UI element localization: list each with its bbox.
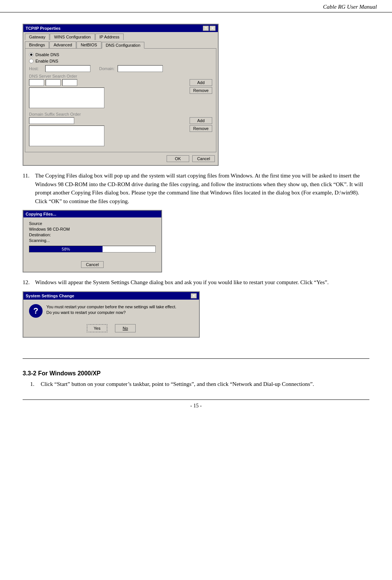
copy-footer: Cancel — [23, 259, 161, 272]
tab-bindings[interactable]: Bindings — [25, 41, 49, 48]
enable-dns-label: Enable DNS — [35, 59, 58, 63]
help-button[interactable]: ? — [203, 26, 209, 31]
suffix-input-row — [29, 117, 186, 124]
sys-title: System Settings Change — [26, 294, 74, 298]
question-icon: ? — [29, 304, 43, 318]
suffix-add-button[interactable]: Add — [190, 117, 212, 124]
enable-dns-radio[interactable] — [29, 59, 34, 63]
source-label: Source — [29, 221, 42, 226]
copy-body: Source Windows 98 CD-ROM Destination: Sc… — [23, 217, 161, 259]
tab-netbios[interactable]: NetBIOS — [77, 41, 101, 48]
sys-titlebar-buttons: ✕ — [191, 293, 197, 298]
sys-body: ? You must restart your computer before … — [23, 300, 199, 322]
tab-ip[interactable]: IP Address — [95, 34, 124, 40]
tab-dns[interactable]: DNS Configuration — [102, 42, 145, 49]
destination-row: Destination: — [29, 233, 156, 237]
close-button[interactable]: ✕ — [210, 26, 216, 31]
dns-server-listbox[interactable] — [29, 87, 104, 108]
host-input[interactable] — [45, 65, 90, 72]
sys-footer: Yes No — [23, 322, 199, 337]
step-12: 12. Windows will appear the System Setti… — [23, 278, 369, 287]
no-button[interactable]: No — [115, 324, 136, 332]
enable-dns-row: Enable DNS — [29, 59, 212, 63]
sys-dialog: System Settings Change ✕ ? You must rest… — [23, 291, 200, 338]
section-heading: 3.3-2 For Windows 2000/XP — [23, 370, 369, 377]
tab-wins[interactable]: WINS Configuration — [50, 34, 95, 40]
step12-text: Windows will appear the System Settings … — [35, 278, 369, 287]
source-row: Source — [29, 221, 156, 226]
main-steps: 11. The Copying Files dialog box will po… — [23, 171, 369, 205]
sys-titlebar: System Settings Change ✕ — [23, 292, 199, 300]
step1-number: 1. — [30, 380, 38, 389]
dns-server-buttons: Add Remove — [190, 79, 212, 94]
tcpip-screenshot: TCP/IP Properties ? ✕ Gateway WINS Confi… — [23, 24, 369, 166]
domain-label: Domain: — [99, 66, 115, 71]
step11-text: The Copying Files dialog box will pop up… — [35, 171, 369, 205]
progress-bar-outer: 58% — [29, 246, 156, 253]
sys-message-line1: You must restart your computer before th… — [46, 304, 176, 310]
yes-button[interactable]: Yes — [87, 324, 107, 332]
scanning-label: Scanning... — [29, 238, 50, 243]
progress-bar-inner: 58% — [29, 246, 103, 252]
host-label: Host: — [29, 66, 42, 71]
host-domain-row: Host: Domain: — [29, 65, 212, 72]
sys-message-line2: Do you want to restart your computer now… — [46, 310, 176, 315]
tab-advanced[interactable]: Advanced — [49, 41, 76, 48]
tabs-row1: Gateway WINS Configuration IP Address — [23, 32, 218, 40]
copy-titlebar: Copying Files... — [23, 211, 161, 217]
dns-server-section: Add Remove — [29, 79, 212, 110]
destination-label: Destination: — [29, 233, 51, 237]
section-divider — [23, 358, 369, 359]
section-step-1: 1. Click “Start” button on your computer… — [30, 380, 369, 389]
page-number: - 15 - — [190, 403, 202, 409]
scanning-row: Scanning... — [29, 238, 156, 243]
copy-title: Copying Files... — [26, 212, 56, 216]
header-title: Cable RG User Manual — [323, 4, 377, 10]
domain-suffix-label: Domain Suffix Search Order — [29, 112, 212, 116]
suffix-input[interactable] — [29, 117, 74, 124]
dns-octet1[interactable] — [29, 79, 44, 86]
sys-message: You must restart your computer before th… — [46, 304, 176, 316]
tcpip-footer: OK Cancel — [23, 152, 218, 165]
sys-close-button[interactable]: ✕ — [191, 293, 197, 298]
domain-suffix-section: Add Remove — [29, 117, 212, 148]
copy-cancel-button[interactable]: Cancel — [81, 261, 104, 268]
dns-octet2[interactable] — [46, 79, 61, 86]
dns-add-button[interactable]: Add — [190, 79, 212, 86]
step11-number: 11. — [23, 171, 32, 205]
copy-dialog: Copying Files... Source Windows 98 CD-RO… — [23, 210, 162, 272]
dns-server-label: DNS Server Search Order — [29, 74, 212, 78]
page-header: Cable RG User Manual — [0, 0, 392, 12]
disable-dns-radio[interactable] — [29, 52, 34, 57]
ok-button[interactable]: OK — [167, 155, 189, 162]
dns-octet3[interactable] — [62, 79, 77, 86]
main-content: TCP/IP Properties ? ✕ Gateway WINS Confi… — [0, 16, 392, 416]
disable-dns-row: Disable DNS — [29, 52, 212, 57]
cancel-button[interactable]: Cancel — [192, 155, 215, 162]
suffix-remove-button[interactable]: Remove — [190, 125, 212, 132]
progress-text: 58% — [62, 247, 70, 251]
tab-gateway[interactable]: Gateway — [25, 34, 49, 40]
sys-screenshot: System Settings Change ✕ ? You must rest… — [23, 291, 369, 338]
titlebar-buttons: ? ✕ — [203, 26, 216, 31]
domain-input[interactable] — [118, 65, 163, 72]
step12-list: 12. Windows will appear the System Setti… — [23, 278, 369, 287]
dns-input-row — [29, 79, 186, 86]
tcpip-body: Disable DNS Enable DNS Host: Domain: DNS… — [25, 48, 216, 152]
disable-dns-label: Disable DNS — [35, 52, 59, 57]
domain-suffix-listbox[interactable] — [29, 125, 104, 146]
tcpip-titlebar: TCP/IP Properties ? ✕ — [23, 24, 218, 32]
step12-number: 12. — [23, 278, 32, 287]
section-steps: 1. Click “Start” button on your computer… — [30, 380, 369, 389]
step1-text: Click “Start” button on your computer’s … — [41, 380, 314, 389]
copy-screenshot: Copying Files... Source Windows 98 CD-RO… — [23, 210, 369, 272]
source-value: Windows 98 CD-ROM — [29, 227, 70, 231]
tcpip-dialog: TCP/IP Properties ? ✕ Gateway WINS Confi… — [23, 24, 219, 166]
dns-remove-button[interactable]: Remove — [190, 87, 212, 94]
domain-suffix-buttons: Add Remove — [190, 117, 212, 132]
step-11: 11. The Copying Files dialog box will po… — [23, 171, 369, 205]
page-footer: - 15 - — [23, 399, 369, 409]
tcpip-title: TCP/IP Properties — [26, 26, 61, 31]
source-value-row: Windows 98 CD-ROM — [29, 227, 156, 231]
tabs-row2: Bindings Advanced NetBIOS DNS Configurat… — [23, 40, 218, 48]
